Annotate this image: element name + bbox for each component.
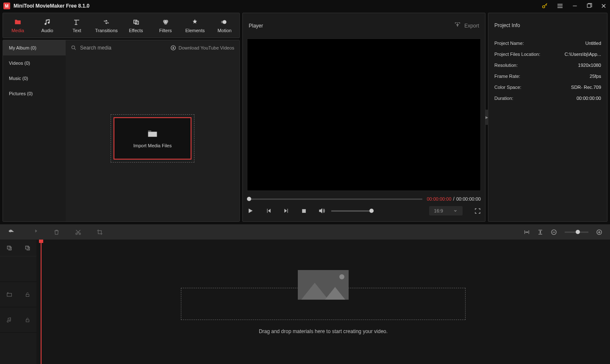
info-row: Project Files Location:C:\Users\bj\App..… — [494, 49, 601, 60]
ratio-value: 16:9 — [434, 208, 443, 213]
stop-button[interactable] — [301, 208, 307, 214]
export-icon — [454, 22, 461, 29]
volume-slider[interactable] — [331, 210, 374, 212]
tab-label: Elements — [185, 28, 205, 33]
redo-button[interactable] — [30, 228, 38, 236]
tab-effects[interactable]: Effects — [121, 13, 151, 38]
lock-icon[interactable] — [25, 317, 30, 323]
music-icon — [44, 18, 51, 26]
zoom-slider[interactable] — [565, 232, 588, 233]
tab-elements[interactable]: Elements — [180, 13, 210, 38]
svg-rect-17 — [25, 246, 28, 249]
timeline-tracks[interactable]: Drag and drop materials here to start cr… — [36, 240, 610, 364]
delete-button[interactable] — [53, 229, 60, 235]
cut-button[interactable] — [75, 229, 81, 235]
timeline-toolbar — [0, 224, 610, 240]
project-info-panel: ▶ Project Info Project Name:Untitled Pro… — [488, 13, 607, 222]
app-title: MiniTool MovieMaker Free 8.1.0 — [14, 3, 89, 9]
minimize-icon[interactable] — [572, 3, 578, 9]
app-logo: M — [3, 3, 10, 9]
info-row: Duration:00:00:00:00 — [494, 93, 601, 104]
search-input[interactable]: Search media — [71, 45, 166, 51]
scrub-slider[interactable] — [247, 199, 422, 200]
tab-audio[interactable]: Audio — [33, 13, 62, 38]
audio-track-icon[interactable] — [6, 317, 12, 323]
info-title: Project Info — [488, 13, 607, 38]
tab-media[interactable]: Media — [3, 13, 33, 38]
time-sep: / — [453, 196, 455, 202]
crop-button[interactable] — [97, 229, 103, 235]
album-sidebar: My Album (0) Videos (0) Music (0) Pictur… — [3, 40, 66, 221]
prev-frame-button[interactable] — [266, 208, 272, 214]
timeline-panel: Drag and drop materials here to start cr… — [0, 224, 610, 364]
transitions-icon — [103, 18, 110, 26]
search-icon — [71, 45, 77, 51]
maximize-icon[interactable] — [586, 3, 592, 9]
album-item-myalbum[interactable]: My Album (0) — [3, 40, 66, 55]
tab-label: Effects — [129, 28, 143, 33]
svg-rect-19 — [26, 294, 29, 296]
player-title: Player — [249, 23, 263, 29]
player-panel: Player Export 00:00:00:00 / 00:00:00:00 … — [242, 13, 485, 222]
titlebar: M MiniTool MovieMaker Free 8.1.0 — [0, 0, 610, 12]
track-header-audio — [0, 307, 36, 333]
album-item-music[interactable]: Music (0) — [3, 71, 66, 86]
fit-button[interactable] — [524, 229, 530, 235]
tab-text[interactable]: Text — [62, 13, 92, 38]
aspect-ratio-select[interactable]: 16:9 — [429, 206, 463, 215]
remove-track-button[interactable] — [25, 245, 30, 251]
play-button[interactable] — [247, 207, 254, 214]
tab-label: Transitions — [95, 28, 117, 33]
tab-filters[interactable]: Filters — [151, 13, 180, 38]
tab-label: Media — [11, 28, 24, 33]
folder-icon — [14, 18, 22, 26]
motion-icon — [221, 18, 228, 26]
album-item-pictures[interactable]: Pictures (0) — [3, 86, 66, 101]
time-total: 00:00:00:00 — [456, 196, 481, 201]
collapse-handle[interactable]: ▶ — [485, 110, 488, 125]
chevron-down-icon — [453, 209, 458, 213]
close-icon[interactable] — [601, 3, 607, 9]
search-placeholder: Search media — [80, 45, 111, 51]
import-label: Import Media Files — [133, 143, 172, 148]
undo-button[interactable] — [8, 228, 15, 236]
drop-hint-text: Drag and drop materials here to start cr… — [259, 328, 388, 334]
next-frame-button[interactable] — [283, 208, 289, 214]
hamburger-menu-icon[interactable] — [557, 3, 563, 9]
svg-point-6 — [164, 21, 167, 25]
info-row: Color Space:SDR- Rec.709 — [494, 82, 601, 93]
video-track-icon[interactable] — [6, 292, 12, 298]
track-headers — [0, 240, 36, 364]
svg-rect-16 — [7, 246, 10, 249]
import-dropzone[interactable]: Import Media Files — [111, 114, 194, 163]
text-icon — [73, 18, 80, 26]
fullscreen-button[interactable] — [474, 208, 481, 214]
download-label: Download YouTube Videos — [179, 45, 235, 50]
add-track-button[interactable] — [6, 245, 12, 251]
svg-point-9 — [72, 46, 75, 49]
lock-icon[interactable] — [25, 292, 30, 298]
export-button[interactable]: Export — [454, 22, 479, 29]
image-placeholder-icon — [298, 270, 349, 300]
info-row: Resolution:1920x1080 — [494, 60, 601, 71]
tab-transitions[interactable]: Transitions — [92, 13, 121, 38]
player-canvas[interactable] — [247, 39, 481, 191]
elements-icon — [191, 18, 199, 26]
zoom-out-button[interactable] — [551, 229, 557, 235]
snap-button[interactable] — [538, 229, 543, 235]
tab-motion[interactable]: Motion — [210, 13, 239, 38]
album-item-videos[interactable]: Videos (0) — [3, 55, 66, 71]
download-icon — [170, 45, 176, 51]
track-header-video — [0, 282, 36, 307]
export-label: Export — [464, 23, 479, 29]
track-header-text — [0, 256, 36, 282]
svg-rect-1 — [587, 4, 591, 7]
zoom-in-button[interactable] — [596, 229, 602, 235]
key-icon[interactable] — [541, 3, 548, 9]
download-youtube-link[interactable]: Download YouTube Videos — [170, 45, 235, 51]
svg-point-0 — [543, 6, 545, 8]
media-panel: Media Audio Text Transitions Effects Fil… — [3, 13, 240, 222]
svg-rect-11 — [302, 209, 306, 213]
timeline-dropzone[interactable]: Drag and drop materials here to start cr… — [36, 270, 610, 334]
volume-button[interactable] — [319, 207, 325, 214]
